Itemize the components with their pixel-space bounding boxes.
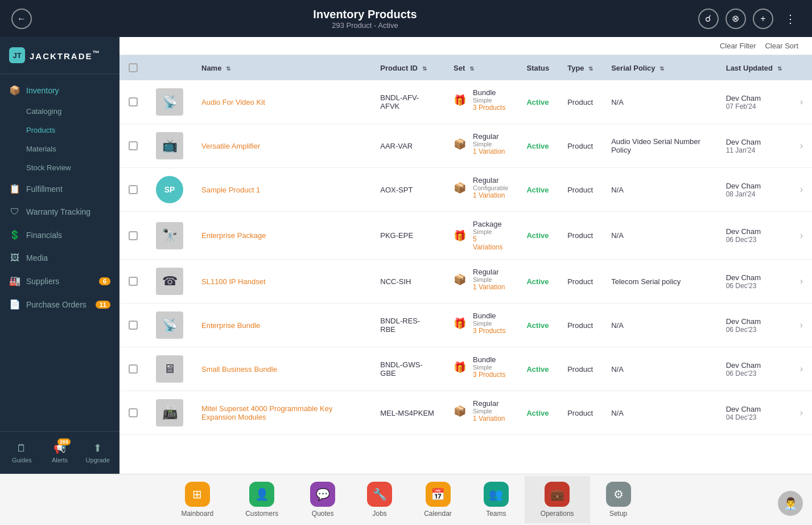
product-name[interactable]: Small Business Bundle <box>201 365 362 374</box>
quotes-label: Quotes <box>312 510 334 518</box>
row-chevron-icon[interactable]: › <box>800 97 803 106</box>
bottom-nav-setup[interactable]: ⚙ Setup <box>590 476 647 523</box>
sidebar-item-financials[interactable]: 💲 Financials <box>0 223 119 247</box>
last-updated-cell: Dev Cham04 Dec'23 <box>717 391 791 435</box>
row-checkbox[interactable] <box>129 141 138 150</box>
row-checkbox[interactable] <box>129 97 138 106</box>
sidebar-label-fulfillment: Fulfillment <box>26 184 63 194</box>
sidebar-item-inventory[interactable]: 📦 Inventory <box>0 79 119 102</box>
table-header-row: Name ⇅ Product ID ⇅ Set ⇅ Status Type ⇅ <box>119 55 812 80</box>
product-name[interactable]: Mitel Superset 4000 Programmable Key Exp… <box>201 404 362 421</box>
sidebar-label-financials: Financials <box>26 231 62 240</box>
col-header-set[interactable]: Set ⇅ <box>444 55 517 80</box>
serial-policy-cell: N/A <box>602 347 716 391</box>
product-id-sort-icon: ⇅ <box>422 65 427 72</box>
set-subtype-label: Simple <box>473 97 505 104</box>
guides-button[interactable]: 🗒 Guides <box>5 439 39 467</box>
table-row: 📡Audio For Video KitBNDL-AFV-AFVK🎁Bundle… <box>119 80 812 124</box>
product-name[interactable]: Audio For Video Kit <box>201 98 362 106</box>
row-checkbox[interactable] <box>129 185 138 194</box>
sidebar-item-stock-review[interactable]: Stock Review <box>0 158 119 177</box>
row-chevron-icon[interactable]: › <box>800 231 803 240</box>
clear-filter-link[interactable]: Clear Filter <box>720 42 756 50</box>
product-thumbnail-cell: ☎ <box>147 260 192 303</box>
product-name[interactable]: Enterprise Package <box>201 231 362 240</box>
row-arrow-cell: › <box>791 80 812 124</box>
sidebar-item-cataloging[interactable]: Cataloging <box>0 102 119 121</box>
sidebar-item-suppliers[interactable]: 🏭 Suppliers 6 <box>0 269 119 293</box>
user-avatar[interactable]: 👨‍💼 <box>778 491 803 516</box>
sidebar-item-media[interactable]: 🖼 Media <box>0 247 119 269</box>
filter-button[interactable]: ⊗ <box>726 9 746 29</box>
name-sort-icon: ⇅ <box>226 65 230 72</box>
updated-by: Dev Cham <box>726 405 782 413</box>
bottom-nav-jobs[interactable]: 🔧 Jobs <box>351 476 408 523</box>
bottom-nav-mainboard[interactable]: ⊞ Mainboard <box>165 476 229 523</box>
col-header-last-updated[interactable]: Last Updated ⇅ <box>717 55 791 80</box>
row-chevron-icon[interactable]: › <box>800 320 803 330</box>
back-button[interactable]: ← <box>11 9 32 29</box>
row-chevron-icon[interactable]: › <box>800 408 803 417</box>
row-checkbox[interactable] <box>129 277 138 286</box>
row-arrow-cell: › <box>791 168 812 212</box>
add-button[interactable]: + <box>753 9 773 29</box>
set-subtype-label: Simple <box>473 141 505 147</box>
last-updated-cell: Dev Cham06 Dec'23 <box>717 347 791 391</box>
set-sort-icon: ⇅ <box>469 65 474 72</box>
bottom-nav-quotes[interactable]: 💬 Quotes <box>294 476 351 523</box>
row-checkbox[interactable] <box>129 231 138 240</box>
row-checkbox[interactable] <box>129 321 138 330</box>
type-cell: Product <box>558 303 602 347</box>
clear-sort-link[interactable]: Clear Sort <box>765 42 798 50</box>
set-cell: 🎁BundleSimple3 Products <box>444 80 517 120</box>
sidebar-item-fulfillment[interactable]: 📋 Fulfillment <box>0 177 119 200</box>
row-checkbox[interactable] <box>129 408 138 417</box>
sidebar-item-purchase-orders[interactable]: 📄 Purchase Orders 11 <box>0 293 119 316</box>
product-name[interactable]: SL1100 IP Handset <box>201 277 362 286</box>
inventory-icon: 📦 <box>9 85 20 96</box>
sidebar-item-materials[interactable]: Materials <box>0 140 119 158</box>
sidebar-item-products[interactable]: Products <box>0 121 119 140</box>
row-chevron-icon[interactable]: › <box>800 141 803 150</box>
product-name-cell: Versatile Amplifier <box>192 124 371 168</box>
updated-date: 06 Dec'23 <box>726 236 782 244</box>
alerts-button[interactable]: 📢 269 Alerts <box>43 438 77 467</box>
set-type-label: Bundle <box>473 88 505 97</box>
set-cell: 🎁PackageSimple5 Variations <box>444 212 517 259</box>
sidebar-label-suppliers: Suppliers <box>26 277 59 286</box>
product-name[interactable]: Enterprise Bundle <box>201 321 362 330</box>
sidebar: JT JACKTRADE™ 📦 Inventory Cataloging Pro… <box>0 37 119 474</box>
type-sort-icon: ⇅ <box>588 65 593 72</box>
col-header-type[interactable]: Type ⇅ <box>558 55 602 80</box>
sidebar-label-inventory: Inventory <box>26 86 59 95</box>
product-name-cell: Enterprise Package <box>192 212 371 260</box>
product-name[interactable]: Versatile Amplifier <box>201 142 362 150</box>
header-center: Inventory Products 293 Product - Active <box>313 8 417 30</box>
product-id-cell: BNDL-RES-RBE <box>371 303 444 347</box>
col-header-serial-policy[interactable]: Serial Policy ⇅ <box>602 55 716 80</box>
row-chevron-icon[interactable]: › <box>800 276 803 286</box>
col-header-name[interactable]: Name ⇅ <box>192 55 371 80</box>
bottom-nav-calendar[interactable]: 📅 Calendar <box>408 476 468 523</box>
logo-icon: JT <box>9 47 25 63</box>
search-button[interactable]: ☌ <box>698 9 719 29</box>
product-thumbnail-cell: 📺 <box>147 124 192 168</box>
select-all-checkbox[interactable] <box>129 63 138 72</box>
row-checkbox[interactable] <box>129 364 138 374</box>
bottom-nav-operations[interactable]: 💼 Operations <box>525 476 590 523</box>
quotes-icon: 💬 <box>310 482 335 507</box>
product-name[interactable]: Sample Product 1 <box>201 186 362 194</box>
row-checkbox-cell <box>119 80 147 124</box>
upgrade-icon: ⬆ <box>93 442 102 454</box>
set-type-icon: 🎁 <box>454 94 466 106</box>
upgrade-button[interactable]: ⬆ Upgrade <box>80 438 115 467</box>
more-button[interactable]: ⋮ <box>780 9 801 29</box>
product-image: 📡 <box>156 88 183 116</box>
col-header-status: Status <box>517 55 558 80</box>
col-header-product-id[interactable]: Product ID ⇅ <box>371 55 444 80</box>
sidebar-item-warranty-tracking[interactable]: 🛡 Warranty Tracking <box>0 200 119 223</box>
bottom-nav-customers[interactable]: 👤 Customers <box>229 476 294 523</box>
row-chevron-icon[interactable]: › <box>800 184 803 194</box>
row-chevron-icon[interactable]: › <box>800 364 803 374</box>
bottom-nav-teams[interactable]: 👥 Teams <box>468 476 525 523</box>
